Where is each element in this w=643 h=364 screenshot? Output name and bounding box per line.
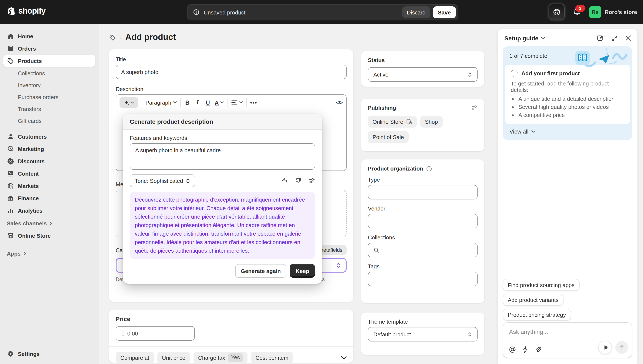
channel-point-of-sale[interactable]: Point of Sale xyxy=(368,131,408,143)
select-updown-icon xyxy=(468,72,472,77)
suggestion-find-apps[interactable]: Find product sourcing apps xyxy=(503,279,580,291)
expand-pricing-chevron-icon[interactable] xyxy=(341,356,346,360)
mention-icon[interactable] xyxy=(509,346,516,353)
sidebar-item-customers[interactable]: Customers xyxy=(4,130,95,142)
sliders-icon[interactable] xyxy=(471,104,478,111)
sidekick-chat-input[interactable]: Ask anything... xyxy=(503,322,632,358)
sidebar-item-discounts[interactable]: Discounts xyxy=(4,155,95,167)
thumbs-down-icon[interactable] xyxy=(295,177,302,184)
sidebar-item-markets[interactable]: $ Markets xyxy=(4,180,95,192)
settings-sliders-icon[interactable] xyxy=(308,177,315,184)
type-input[interactable] xyxy=(368,185,478,200)
search-icon xyxy=(374,247,379,253)
view-all-button[interactable]: View all xyxy=(503,124,632,140)
sidebar-item-gift-cards[interactable]: Gift cards xyxy=(4,115,95,127)
underline-button[interactable]: U xyxy=(204,99,211,106)
home-icon xyxy=(7,32,14,40)
currency-prefix: € xyxy=(121,330,124,336)
charge-tax-pill[interactable]: Charge tax Yes xyxy=(194,352,248,364)
sidebar-item-collections[interactable]: Collections xyxy=(4,67,95,79)
price-input[interactable]: € 0.00 xyxy=(116,326,195,340)
sidebar-item-settings[interactable]: Settings xyxy=(4,348,95,360)
theme-template-card: Theme template Default product xyxy=(361,312,484,355)
vendor-input[interactable] xyxy=(368,214,478,228)
text-color-button[interactable]: A xyxy=(214,99,224,106)
sidebar-nav: Home Orders Products Collections Invento… xyxy=(0,24,99,364)
align-button[interactable] xyxy=(231,100,243,105)
save-button[interactable]: Save xyxy=(433,6,456,18)
shopify-logo[interactable]: shopify xyxy=(7,6,46,16)
info-icon[interactable] xyxy=(426,166,432,172)
customers-icon xyxy=(7,133,14,140)
tag-icon[interactable] xyxy=(109,34,116,41)
code-view-button[interactable]: </> xyxy=(336,100,343,105)
theme-template-select[interactable]: Default product xyxy=(368,327,478,342)
description-label: Description xyxy=(116,86,346,92)
align-icon xyxy=(231,100,237,105)
send-button[interactable] xyxy=(615,341,628,354)
shopify-bag-icon xyxy=(7,6,16,16)
suggestion-pricing-strategy[interactable]: Product pricing strategy xyxy=(503,309,571,321)
sidebar-item-purchase-orders[interactable]: Purchase orders xyxy=(4,91,95,103)
task-intro: To get started, add the following produc… xyxy=(511,80,624,93)
tags-input[interactable] xyxy=(368,272,478,286)
sidekick-button[interactable] xyxy=(548,4,565,20)
setup-task-card[interactable]: Add your first product To get started, a… xyxy=(505,65,630,124)
compose-icon[interactable] xyxy=(597,34,604,42)
keep-button[interactable]: Keep xyxy=(290,264,315,278)
paperclip-icon[interactable] xyxy=(534,346,541,353)
compare-at-pill[interactable]: Compare at xyxy=(116,352,154,364)
voice-input-button[interactable] xyxy=(598,340,612,354)
discounts-icon xyxy=(7,157,14,165)
collections-input[interactable] xyxy=(368,243,478,257)
unit-price-pill[interactable]: Unit price xyxy=(157,352,190,364)
tone-select[interactable]: Tone: Sophisticated xyxy=(130,174,196,187)
generate-again-button[interactable]: Generate again xyxy=(236,264,286,278)
store-avatar: Rs xyxy=(589,6,601,18)
sidebar-item-products[interactable]: Products xyxy=(4,55,95,67)
price-value: 0.00 xyxy=(127,330,138,336)
channel-shop[interactable]: Shop xyxy=(420,116,443,128)
suggestion-add-variants[interactable]: Add product variants xyxy=(503,294,564,306)
sidebar-item-finance[interactable]: Finance xyxy=(4,192,95,204)
bold-button[interactable]: B xyxy=(184,99,191,106)
channel-online-store[interactable]: Online Store xyxy=(368,116,417,128)
ai-magic-button[interactable] xyxy=(120,97,138,108)
sidebar-item-marketing[interactable]: Marketing xyxy=(4,143,95,155)
expand-icon[interactable] xyxy=(611,35,618,42)
paragraph-style-dropdown[interactable]: Paragraph xyxy=(146,99,177,106)
sidebar-item-inventory[interactable]: Inventory xyxy=(4,79,95,91)
sidebar-item-transfers[interactable]: Transfers xyxy=(4,103,95,115)
arrow-up-icon xyxy=(619,344,624,350)
type-label: Type xyxy=(368,176,478,183)
sidebar-item-content[interactable]: Content xyxy=(4,168,95,180)
more-formatting-button[interactable]: ••• xyxy=(250,99,257,106)
chevron-down-icon xyxy=(173,101,177,104)
features-textarea[interactable]: A superb photo in a beautiful cadre xyxy=(130,143,315,170)
sidebar-item-orders[interactable]: Orders xyxy=(4,42,95,54)
italic-button[interactable]: I xyxy=(194,99,201,106)
setup-guide-title-dropdown[interactable]: Setup guide xyxy=(504,35,545,42)
tag-icon xyxy=(7,57,14,65)
discard-button[interactable]: Discard xyxy=(402,6,430,18)
tags-label: Tags xyxy=(368,263,478,270)
thumbs-up-icon[interactable] xyxy=(281,177,288,184)
sales-channels-header[interactable]: Sales channels xyxy=(4,217,95,229)
cost-per-item-pill[interactable]: Cost per item xyxy=(251,352,293,364)
lightning-icon[interactable] xyxy=(522,346,528,353)
task-title: Add your first product xyxy=(521,70,580,76)
title-input[interactable]: A superb photo xyxy=(116,65,346,79)
suggestion-pills: Find product sourcing apps Add product v… xyxy=(503,279,634,321)
sidebar-item-analytics[interactable]: Analytics xyxy=(4,204,95,216)
pricing-card: Price € 0.00 Compare at Unit price Charg… xyxy=(109,310,354,363)
status-select[interactable]: Active xyxy=(368,67,478,82)
task-incomplete-circle-icon[interactable] xyxy=(511,70,518,76)
close-icon[interactable] xyxy=(625,35,632,41)
sidebar-item-home[interactable]: Home xyxy=(4,30,95,42)
publishing-title: Publishing xyxy=(368,104,396,111)
store-menu[interactable]: Rs Roro's store xyxy=(589,6,637,18)
notifications-button[interactable]: 2 xyxy=(572,8,581,16)
apps-header[interactable]: Apps xyxy=(4,248,95,260)
chevron-down-icon xyxy=(239,101,243,104)
sidebar-item-online-store[interactable]: Online Store xyxy=(4,230,95,242)
